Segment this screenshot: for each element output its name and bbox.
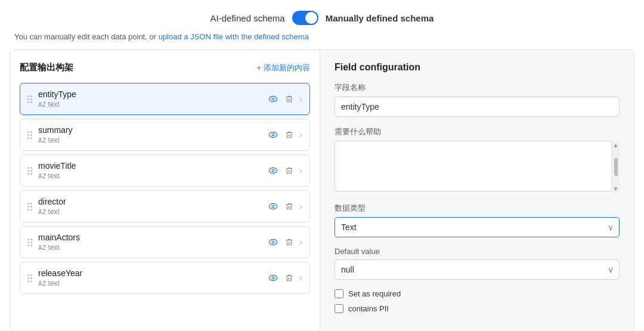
field-info-movieTitle: movieTitle AZ text (38, 161, 267, 180)
upload-json-link[interactable]: upload a JSON file with the defined sche… (159, 32, 309, 41)
eye-button-movieTitle[interactable] (267, 165, 279, 177)
scroll-down-icon[interactable]: ▼ (613, 185, 619, 192)
trash-icon (285, 238, 293, 246)
field-info-director: director AZ text (38, 197, 267, 216)
svg-point-7 (272, 205, 274, 208)
eye-icon (268, 166, 278, 175)
eye-button-entityType[interactable] (267, 93, 279, 105)
data-type-group: 数据类型 Text Number Boolean Date Array Obje… (335, 203, 620, 237)
contains-pii-label: contains PII (348, 304, 389, 313)
field-name-label: 字段名称 (335, 82, 620, 93)
field-item-director[interactable]: director AZ text (20, 190, 310, 222)
field-info-mainActors: mainActors AZ text (38, 233, 267, 252)
eye-icon (268, 202, 278, 211)
svg-point-6 (269, 203, 277, 209)
scroll-up-icon[interactable]: ▲ (613, 142, 619, 149)
contains-pii-row: contains PII (335, 304, 620, 313)
data-type-select-wrapper: Text Number Boolean Date Array Object ∨ (335, 217, 620, 237)
eye-button-mainActors[interactable] (267, 236, 279, 248)
trash-button-director[interactable] (284, 201, 295, 212)
trash-icon (285, 95, 293, 103)
eye-button-releaseYear[interactable] (267, 272, 279, 284)
contains-pii-checkbox[interactable] (335, 304, 343, 313)
drag-handle-director[interactable] (27, 203, 32, 211)
set-required-label: Set as required (348, 289, 401, 298)
trash-icon (285, 202, 293, 211)
field-item-releaseYear[interactable]: releaseYear AZ text (20, 262, 310, 294)
eye-button-director[interactable] (267, 200, 279, 212)
chevron-right-icon-entityType: › (299, 94, 302, 104)
help-textarea[interactable] (335, 141, 620, 191)
trash-button-entityType[interactable] (284, 94, 295, 104)
left-panel: 配置输出构架 + 添加新的内容 entityType AZ text (10, 50, 320, 331)
svg-point-4 (269, 168, 277, 173)
field-actions-summary: › (267, 129, 302, 141)
drag-handle-movieTitle[interactable] (27, 167, 32, 175)
field-actions-entityType: › (267, 93, 302, 105)
add-content-button[interactable]: + 添加新的内容 (256, 63, 310, 73)
chevron-right-icon-releaseYear: › (299, 273, 302, 283)
trash-button-mainActors[interactable] (284, 237, 295, 248)
chevron-right-icon-director: › (299, 201, 302, 212)
field-item-movieTitle[interactable]: movieTitle AZ text (20, 154, 310, 187)
set-required-checkbox[interactable] (335, 289, 343, 298)
chevron-right-icon-movieTitle: › (299, 165, 302, 176)
field-name-input[interactable] (335, 97, 620, 117)
svg-point-0 (269, 96, 277, 101)
drag-handle-mainActors[interactable] (27, 239, 32, 246)
field-name-group: 字段名称 (335, 82, 620, 117)
chevron-right-icon-summary: › (299, 129, 302, 140)
left-panel-header: 配置输出构架 + 添加新的内容 (20, 62, 310, 73)
default-value-group: Default value null empty string custom ∨ (335, 247, 620, 280)
svg-point-1 (272, 98, 274, 100)
default-value-select[interactable]: null empty string custom (335, 259, 620, 280)
field-item-summary[interactable]: summary AZ text (20, 119, 310, 151)
field-info-releaseYear: releaseYear AZ text (38, 268, 267, 287)
schema-toggle[interactable] (292, 11, 318, 25)
drag-handle-summary[interactable] (27, 131, 32, 139)
svg-point-11 (272, 277, 274, 279)
field-actions-releaseYear: › (267, 272, 302, 284)
drag-handle-entityType[interactable] (27, 95, 32, 103)
field-actions-mainActors: › (267, 236, 302, 248)
trash-icon (285, 166, 293, 175)
trash-button-releaseYear[interactable] (284, 273, 295, 283)
field-config-title: Field configuration (335, 62, 620, 73)
eye-icon (268, 94, 278, 104)
trash-button-movieTitle[interactable] (284, 165, 295, 176)
subtitle: You can manually edit each data point, o… (0, 32, 644, 50)
trash-icon (285, 131, 293, 139)
svg-point-9 (272, 241, 274, 243)
data-type-label: 数据类型 (335, 203, 620, 214)
svg-point-2 (269, 132, 277, 137)
textarea-scrollbar[interactable]: ▲ ▼ (611, 141, 620, 193)
svg-point-5 (272, 169, 274, 172)
svg-point-3 (272, 134, 274, 136)
field-info-entityType: entityType AZ text (38, 89, 267, 109)
eye-icon (268, 237, 278, 247)
svg-point-8 (269, 239, 277, 245)
svg-point-10 (269, 275, 277, 280)
field-actions-movieTitle: › (267, 165, 302, 177)
field-item-entityType[interactable]: entityType AZ text (20, 83, 310, 115)
field-actions-director: › (267, 200, 302, 212)
help-label: 需要什么帮助 (335, 126, 620, 137)
default-value-select-wrapper: null empty string custom ∨ (335, 259, 620, 280)
chevron-right-icon-mainActors: › (299, 237, 302, 248)
ai-schema-label: AI-defined schema (210, 13, 285, 23)
data-type-select[interactable]: Text Number Boolean Date Array Object (335, 217, 620, 237)
field-list: entityType AZ text (20, 83, 310, 294)
top-bar: AI-defined schema Manually defined schem… (0, 0, 644, 32)
trash-button-summary[interactable] (284, 129, 295, 140)
field-info-summary: summary AZ text (38, 125, 267, 144)
manual-schema-label: Manually defined schema (326, 13, 434, 23)
help-textarea-wrapper: ▲ ▼ (335, 141, 620, 193)
eye-button-summary[interactable] (267, 129, 279, 141)
scroll-thumb (614, 158, 618, 176)
set-required-row: Set as required (335, 289, 620, 298)
trash-icon (285, 274, 293, 282)
field-item-mainActors[interactable]: mainActors AZ text (20, 226, 310, 258)
main-content: 配置输出构架 + 添加新的内容 entityType AZ text (10, 50, 634, 331)
drag-handle-releaseYear[interactable] (27, 274, 32, 282)
right-panel: Field configuration 字段名称 需要什么帮助 ▲ ▼ 数据类型… (320, 50, 634, 331)
